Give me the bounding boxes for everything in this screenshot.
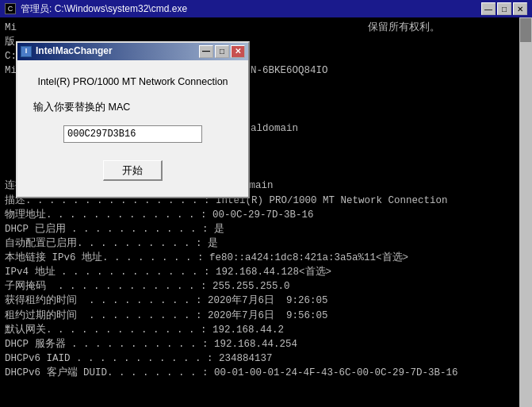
dialog-description: Intel(R) PRO/1000 MT Network Connection [37, 75, 228, 89]
cmd-titlebar: C 管理员: C:\Windows\system32\cmd.exe — □ ✕ [0, 0, 532, 17]
dialog-maximize-button[interactable]: □ [215, 45, 229, 58]
cmd-line-bottom-3: 物理地址. . . . . . . . . . . . . : 00-0C-29… [5, 208, 527, 222]
dialog-minimize-button[interactable]: — [199, 45, 213, 58]
cmd-close-button[interactable]: ✕ [513, 2, 527, 15]
cmd-line-bottom-9: 获得租约的时间 . . . . . . . . . : 2020年7月6日 9:… [5, 294, 527, 308]
cmd-minimize-button[interactable]: — [481, 2, 496, 15]
cmd-line-bottom-7: IPv4 地址 . . . . . . . . . . . . : 192.16… [5, 265, 527, 279]
cmd-window: C 管理员: C:\Windows\system32\cmd.exe — □ ✕… [0, 0, 532, 407]
scrollbar-thumb[interactable] [520, 18, 531, 42]
cmd-line-bottom-5: 自动配置已启用. . . . . . . . . . : 是 [5, 236, 527, 251]
dialog-overlay: I IntelMacChanger — □ ✕ Intel(R) PRO/100… [16, 41, 250, 198]
cmd-maximize-button[interactable]: □ [497, 2, 511, 15]
dialog-titlebar: I IntelMacChanger — □ ✕ [17, 43, 248, 60]
dialog-icon: I [21, 46, 32, 57]
cmd-body: Mi 保留所有权利。 版 C: MiN-6BKE6OQ84IO 合 lcaldo… [0, 17, 532, 407]
cmd-line-bottom-13: DHCPv6 IAID . . . . . . . . . . . : 2348… [5, 351, 527, 366]
dialog-mac-label: 输入你要替换的 MAC [33, 100, 130, 114]
cmd-line-bottom-14: DHCPv6 客户端 DUID. . . . . . . . : 00-01-0… [5, 366, 527, 380]
cmd-titlebar-buttons: — □ ✕ [481, 2, 527, 15]
dialog-title: IntelMacChanger [36, 44, 199, 58]
cmd-line-bottom-11: 默认网关. . . . . . . . . . . . . : 192.168.… [5, 323, 527, 337]
dialog-titlebar-buttons: — □ ✕ [199, 45, 245, 58]
dialog-start-button[interactable]: 开始 [103, 160, 163, 181]
cmd-line-bottom-6: 本地链接 IPv6 地址. . . . . . . . : fe80::a424… [5, 251, 527, 265]
scrollbar[interactable] [519, 17, 532, 407]
cmd-line-bottom-4: DHCP 已启用 . . . . . . . . . . . : 是 [5, 222, 527, 236]
dialog-window: I IntelMacChanger — □ ✕ Intel(R) PRO/100… [16, 41, 250, 198]
dialog-close-button[interactable]: ✕ [231, 45, 245, 58]
cmd-icon: C [5, 3, 16, 14]
dialog-body: Intel(R) PRO/1000 MT Network Connection … [17, 60, 248, 197]
cmd-line-1: Mi 保留所有权利。 [5, 21, 527, 35]
cmd-line-bottom-8: 子网掩码 . . . . . . . . . . . . : 255.255.2… [5, 279, 527, 294]
cmd-line-bottom-12: DHCP 服务器 . . . . . . . . . . . : 192.168… [5, 337, 527, 351]
cmd-line-bottom-10: 租约过期的时间 . . . . . . . . . : 2020年7月6日 9:… [5, 309, 527, 323]
dialog-button-row: 开始 [103, 160, 163, 181]
cmd-title: 管理员: C:\Windows\system32\cmd.exe [21, 2, 477, 16]
dialog-mac-input[interactable] [63, 125, 202, 143]
